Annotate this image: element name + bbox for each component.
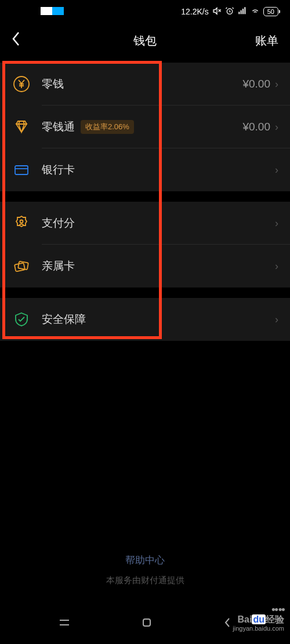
svg-rect-15: [143, 619, 150, 626]
item-label: 安全保障: [42, 312, 86, 327]
alarm-icon: [225, 6, 234, 17]
paw-icon: ●● ●●: [233, 605, 284, 613]
status-bar: 12.2K/s 50: [0, 0, 290, 23]
back-button[interactable]: [12, 31, 21, 50]
nav-recent-button[interactable]: [58, 616, 71, 632]
item-label: 零钱: [42, 77, 64, 92]
item-value: ¥0.00: [242, 121, 270, 133]
help-link[interactable]: 帮助中心: [0, 554, 290, 567]
mute-icon: [212, 6, 222, 17]
diamond-icon: [12, 117, 31, 137]
footer: 帮助中心 本服务由财付通提供: [0, 554, 290, 586]
page-title: 钱包: [133, 33, 157, 49]
list-item-family-card[interactable]: 亲属卡 ›: [0, 245, 290, 288]
wallet-list: 零钱 ¥0.00 › 零钱通 收益率2.06% ¥0.00 › 银行卡 ›: [0, 63, 290, 191]
bill-button[interactable]: 账单: [255, 33, 278, 49]
chevron-right-icon: ›: [275, 260, 278, 272]
header: 钱包 账单: [0, 23, 290, 58]
shield-icon: [12, 310, 31, 329]
list-item-change[interactable]: 零钱 ¥0.00 ›: [0, 63, 290, 105]
svg-rect-4: [240, 10, 241, 14]
card-icon: [12, 160, 31, 180]
svg-rect-8: [15, 166, 28, 174]
svg-rect-3: [238, 12, 240, 14]
signal-icon: [238, 6, 247, 17]
status-notification-indicator: [41, 7, 64, 15]
watermark: ●● ●● Baidu经验 jingyan.baidu.com: [233, 605, 284, 632]
item-label: 零钱通: [42, 119, 75, 134]
yen-coin-icon: [12, 74, 31, 94]
chevron-right-icon: ›: [275, 217, 278, 230]
item-label: 银行卡: [42, 162, 75, 177]
svg-rect-12: [18, 261, 28, 270]
svg-rect-6: [244, 7, 245, 14]
yield-badge: 收益率2.06%: [81, 120, 134, 134]
list-item-bank-card[interactable]: 银行卡 ›: [0, 148, 290, 191]
provider-text: 本服务由财付通提供: [106, 575, 184, 585]
nav-home-button[interactable]: [140, 616, 153, 632]
item-label: 支付分: [42, 216, 75, 231]
chevron-right-icon: ›: [275, 164, 278, 176]
chevron-right-icon: ›: [275, 121, 278, 133]
wallet-list-3: 安全保障 ›: [0, 298, 290, 341]
nav-back-button[interactable]: [223, 616, 232, 632]
wifi-icon: [251, 6, 260, 17]
chevron-right-icon: ›: [275, 78, 278, 90]
wallet-list-2: 支付分 › 亲属卡 ›: [0, 202, 290, 288]
status-speed: 12.2K/s: [181, 7, 208, 16]
chevron-right-icon: ›: [275, 314, 278, 326]
badge-gear-icon: [12, 213, 31, 233]
svg-point-10: [20, 220, 23, 223]
list-item-change-plus[interactable]: 零钱通 收益率2.06% ¥0.00 ›: [0, 105, 290, 148]
item-label: 亲属卡: [42, 259, 75, 274]
cards-icon: [12, 256, 31, 276]
item-value: ¥0.00: [242, 78, 270, 90]
svg-rect-11: [14, 263, 25, 271]
list-item-pay-score[interactable]: 支付分 ›: [0, 202, 290, 245]
battery-icon: 50: [263, 7, 278, 16]
svg-rect-5: [242, 9, 244, 14]
list-item-security[interactable]: 安全保障 ›: [0, 298, 290, 341]
